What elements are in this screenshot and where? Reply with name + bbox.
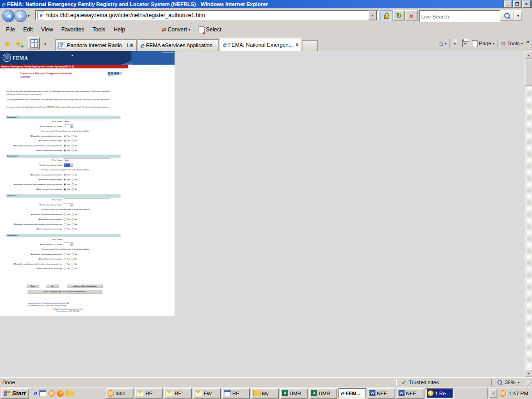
yes-radio[interactable] xyxy=(64,183,66,186)
tab-fema-eservices[interactable]: e FEMA eServices Application ... xyxy=(138,39,219,51)
first-name-input[interactable] xyxy=(64,158,111,162)
menu-help[interactable]: Help xyxy=(109,24,129,35)
yes-radio[interactable] xyxy=(64,258,66,260)
quick-tabs-button[interactable] xyxy=(28,37,40,49)
taskbar-button-mail-2[interactable]: RE: ... xyxy=(164,388,192,399)
first-name-input[interactable] xyxy=(64,238,111,241)
no-radio[interactable] xyxy=(72,223,74,225)
menu-view[interactable]: View xyxy=(37,24,57,35)
vertical-scrollbar[interactable]: ▲ ▼ xyxy=(525,51,532,377)
explorer-folder-icon[interactable] xyxy=(66,391,73,396)
menu-file[interactable]: File xyxy=(2,24,19,35)
taskbar-button-word-2[interactable]: WNEF... xyxy=(397,388,424,399)
no-radio[interactable] xyxy=(72,188,74,190)
tools-menu-button[interactable]: ⚙ Tools ▾ xyxy=(501,41,523,47)
yes-radio[interactable] xyxy=(64,213,66,216)
window-titlebar[interactable]: e FEMA: National Emergency Family Regist… xyxy=(0,0,532,8)
scroll-down-button[interactable]: ▼ xyxy=(525,369,532,377)
scroll-up-button[interactable]: ▲ xyxy=(525,51,532,59)
back-page-button[interactable]: Back xyxy=(26,284,39,288)
last-initial-select[interactable]: D▼ xyxy=(64,124,73,128)
tab-list-dropdown[interactable]: ▾ xyxy=(40,38,51,49)
first-name-input[interactable] xyxy=(64,198,111,201)
taskbar-button-excel-2[interactable]: XUMR... xyxy=(309,388,337,399)
yes-radio[interactable] xyxy=(64,218,66,220)
taskbar-button-ie-active[interactable]: eFEM... xyxy=(339,388,366,399)
no-radio[interactable] xyxy=(72,174,74,176)
tab-fema-nefrls-active[interactable]: e FEMA: National Emergen... x xyxy=(220,38,301,51)
yes-radio[interactable] xyxy=(64,188,66,190)
address-bar[interactable]: e https://tdl.egateway.fema.gov/inter/ne… xyxy=(35,10,379,20)
authorize-more-button[interactable]: Authorize More Individuals xyxy=(67,284,103,288)
url-text[interactable]: https://tdl.egateway.fema.gov/inter/nefr… xyxy=(46,12,205,18)
last-initial-select[interactable]: D▼ xyxy=(64,163,73,167)
yes-radio[interactable] xyxy=(64,263,66,265)
close-button[interactable]: × xyxy=(522,0,531,8)
taskbar-button-mail-1[interactable]: RE: ... xyxy=(135,388,163,399)
minimize-button[interactable]: _ xyxy=(504,0,512,8)
yes-radio[interactable] xyxy=(64,223,66,225)
last-initial-select[interactable]: ▼ xyxy=(64,203,73,207)
menu-edit[interactable]: Edit xyxy=(19,24,37,35)
footer-links-line2[interactable]: No FEAR Act Data US Logon DHS Download P… xyxy=(28,304,175,307)
no-radio[interactable] xyxy=(72,213,74,216)
add-favorite-button[interactable]: ★ xyxy=(13,38,24,49)
taskbar-button-excel-1[interactable]: XUMR... xyxy=(280,388,308,399)
tray-clock-icon[interactable] xyxy=(500,390,506,397)
first-name-input[interactable] xyxy=(64,120,111,123)
email-icon[interactable] xyxy=(39,390,46,396)
last-initial-select[interactable]: ▼ xyxy=(64,242,73,246)
yes-radio[interactable] xyxy=(64,149,66,151)
stop-button[interactable]: × xyxy=(405,10,417,21)
no-radio[interactable] xyxy=(72,139,74,142)
search-go-button[interactable] xyxy=(500,10,514,21)
outlook-icon[interactable] xyxy=(48,390,55,397)
firefox-icon[interactable] xyxy=(57,390,64,397)
print-button[interactable] xyxy=(462,41,463,46)
tray-collapse-chevron[interactable]: « xyxy=(490,389,497,398)
no-radio[interactable] xyxy=(72,145,74,147)
yes-radio[interactable] xyxy=(64,253,66,255)
select-button[interactable]: Select xyxy=(199,26,221,33)
no-radio[interactable] xyxy=(72,149,74,151)
security-zone-panel[interactable]: ✓ Trusted sites xyxy=(397,378,491,387)
no-radio[interactable] xyxy=(72,263,74,265)
yes-radio[interactable] xyxy=(64,139,66,142)
yes-radio[interactable] xyxy=(64,228,66,230)
print-dropdown-icon[interactable]: ▾ xyxy=(464,42,466,46)
menu-favorites[interactable]: Favorites xyxy=(57,24,88,35)
no-radio[interactable] xyxy=(72,135,74,137)
yes-radio[interactable] xyxy=(64,174,66,176)
menu-tools[interactable]: Tools xyxy=(88,24,109,35)
restore-button[interactable]: ❐ xyxy=(513,0,521,8)
internet-explorer-icon[interactable]: e xyxy=(33,390,37,396)
no-radio[interactable] xyxy=(72,183,74,186)
taskbar-button-reminder[interactable]: 1 Re... xyxy=(426,388,453,399)
taskbar-button-inbox[interactable]: Inbo... xyxy=(106,388,133,399)
convert-button[interactable]: ⇄ Convert ▾ xyxy=(162,26,190,33)
back-button[interactable]: ◀ xyxy=(2,10,15,22)
taskbar-button-folder[interactable]: My ... xyxy=(251,388,279,399)
no-radio[interactable] xyxy=(72,178,74,181)
security-lock-button[interactable] xyxy=(381,10,393,21)
header-links[interactable]: En Español | Help xyxy=(132,51,175,65)
search-input[interactable] xyxy=(420,11,502,22)
yes-radio[interactable] xyxy=(64,135,66,137)
search-box[interactable] xyxy=(419,10,501,22)
home-dropdown-icon[interactable]: ▾ xyxy=(445,42,447,46)
no-radio[interactable] xyxy=(72,218,74,220)
history-dropdown-icon[interactable]: ▾ xyxy=(28,14,30,18)
refresh-button[interactable]: ↻ xyxy=(393,10,405,21)
taskbar-button-word-1[interactable]: WNEF... xyxy=(368,388,395,399)
taskbar-button-mail-4[interactable]: RE: ... xyxy=(222,388,250,399)
scrollbar-thumb[interactable] xyxy=(525,59,532,86)
search-options-dropdown[interactable]: ▾ xyxy=(514,10,522,21)
zoom-control[interactable]: 35% ▾ xyxy=(492,378,524,387)
taskbar-button-mail-3[interactable]: FW: ... xyxy=(193,388,221,399)
toolbar-overflow-chevron[interactable]: » xyxy=(526,38,529,45)
yes-radio[interactable] xyxy=(64,178,66,181)
address-dropdown-button[interactable]: ▾ xyxy=(368,11,377,20)
yes-radio[interactable] xyxy=(64,267,66,270)
tab-close-icon[interactable]: x xyxy=(296,42,298,47)
new-tab-stub[interactable] xyxy=(302,40,318,51)
